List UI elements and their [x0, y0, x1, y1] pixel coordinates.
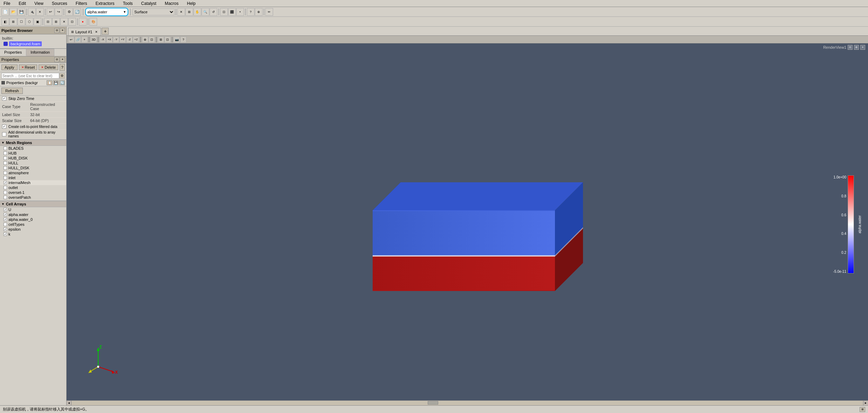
- render-view-split-v[interactable]: ⊞: [854, 45, 859, 50]
- mesh-item-HULL_DISK[interactable]: HULL_DISK: [0, 165, 66, 170]
- dimensional-units-row[interactable]: Add dimensional units to array names: [0, 130, 66, 139]
- menu-edit[interactable]: Edit: [16, 0, 28, 7]
- props-panel-toggle[interactable]: ⊟: [54, 57, 59, 62]
- view-show-selected[interactable]: ⊡: [164, 36, 171, 43]
- split-h-button[interactable]: ⊟: [44, 18, 52, 26]
- view-cam-plus[interactable]: +: [81, 36, 88, 43]
- cell-item-U[interactable]: ✓ U: [0, 207, 66, 212]
- cell-item-alpha-water-0[interactable]: ✓ alpha.water_0: [0, 217, 66, 222]
- mesh-item-HULL[interactable]: HULL: [0, 161, 66, 165]
- tab-properties[interactable]: Properties: [0, 49, 26, 56]
- status-action-btn[interactable]: ⊞: [860, 407, 865, 412]
- view-cam-link[interactable]: 🔗: [75, 36, 81, 43]
- reset-button[interactable]: ✕ Reset: [19, 65, 38, 70]
- props-search-input[interactable]: [1, 73, 59, 79]
- select-surface-button[interactable]: ⬛: [228, 8, 236, 16]
- cell-arrays-header[interactable]: ▼ Cell Arrays: [0, 201, 66, 207]
- render-mode-selector[interactable]: Surface Wireframe Points Surface With Ed…: [133, 8, 175, 15]
- pipeline-panel-toggle[interactable]: ⊟: [54, 28, 59, 33]
- layout-tab-close[interactable]: ✕: [95, 30, 98, 34]
- menu-macros[interactable]: Macros: [163, 0, 181, 7]
- show-center-button[interactable]: ⊕: [255, 8, 263, 16]
- menu-filters[interactable]: Filters: [74, 0, 89, 7]
- menu-catalyst[interactable]: Catalyst: [139, 0, 158, 7]
- mesh-item-HUB_DISK[interactable]: HUB_DISK: [0, 156, 66, 161]
- view-help[interactable]: ?: [180, 36, 187, 43]
- skip-zero-checkbox[interactable]: ✓: [2, 96, 6, 101]
- view-x-minus[interactable]: -X: [100, 36, 106, 43]
- h-scroll-track[interactable]: [72, 401, 863, 405]
- mesh-item-oversetPatch[interactable]: oversetPatch: [0, 195, 66, 200]
- view-screenshot[interactable]: 📷: [174, 36, 180, 43]
- close-view-button[interactable]: ✕: [60, 18, 68, 26]
- props-save-button[interactable]: 💾: [53, 80, 59, 85]
- annotate-button[interactable]: ✏: [265, 8, 273, 16]
- wireframe-button[interactable]: ⬡: [26, 18, 33, 26]
- toggle-axes-button[interactable]: ⊞: [9, 18, 17, 26]
- menu-sources[interactable]: Sources: [50, 0, 69, 7]
- rotate-button[interactable]: ↺: [210, 8, 217, 16]
- refresh-button[interactable]: Refresh: [1, 88, 23, 94]
- props-copy-button[interactable]: 📋: [47, 80, 52, 85]
- split-v-button[interactable]: ⊞: [52, 18, 60, 26]
- apply-button[interactable]: Apply: [1, 65, 18, 70]
- menu-tools[interactable]: Tools: [121, 0, 135, 7]
- select-point-button[interactable]: •: [236, 8, 244, 16]
- menu-file[interactable]: File: [1, 0, 12, 7]
- view-z-plus[interactable]: +Z: [133, 36, 139, 43]
- delete-button[interactable]: ✕ Delete: [39, 65, 58, 70]
- mesh-item-internalMesh[interactable]: ✓ internalMesh: [0, 180, 66, 185]
- cell-to-point-checkbox[interactable]: ✓: [2, 124, 6, 129]
- h-scroll-right[interactable]: ►: [863, 401, 868, 406]
- mesh-item-outlet[interactable]: outlet: [0, 185, 66, 190]
- view-z-minus[interactable]: -Z: [126, 36, 133, 43]
- view-x-plus[interactable]: +X: [106, 36, 113, 43]
- view-y-minus[interactable]: -Y: [113, 36, 119, 43]
- interact-button[interactable]: ✕: [177, 8, 185, 16]
- source-dropdown-arrow[interactable]: ▼: [123, 10, 126, 14]
- source-input[interactable]: [87, 9, 122, 15]
- view-reset-center[interactable]: ⊡: [149, 36, 155, 43]
- view-show-whole[interactable]: ⊞: [158, 36, 164, 43]
- connect-button[interactable]: 🔌: [28, 8, 36, 16]
- search-options-button[interactable]: ⚙: [59, 73, 65, 79]
- toggle-scalar-bar-button[interactable]: ◧: [1, 18, 9, 26]
- zoom-box-button[interactable]: ⊞: [185, 8, 193, 16]
- query-select-button[interactable]: ?: [247, 8, 255, 16]
- h-scroll-thumb[interactable]: [428, 401, 438, 405]
- cell-item-alpha-water[interactable]: ✓ alpha.water: [0, 212, 66, 217]
- edge-opacity-button[interactable]: ▣: [34, 18, 41, 26]
- new-button[interactable]: 📄: [1, 8, 9, 16]
- help-button[interactable]: ?: [60, 64, 65, 71]
- mesh-item-inlet[interactable]: inlet: [0, 175, 66, 180]
- mesh-regions-header[interactable]: ▼ Mesh Regions: [0, 139, 66, 146]
- dimensional-units-checkbox[interactable]: [2, 132, 6, 136]
- layout-tab-1[interactable]: ⊞ Layout #1 ✕: [68, 28, 101, 35]
- menu-view[interactable]: View: [32, 0, 46, 7]
- undo-button[interactable]: ↩: [47, 8, 54, 16]
- pipeline-panel-close[interactable]: ✕: [60, 28, 65, 33]
- pan-button[interactable]: ✋: [194, 8, 201, 16]
- skip-zero-time-row[interactable]: ✓ Skip Zero Time: [0, 96, 66, 102]
- disconnect-button[interactable]: ✕: [36, 8, 44, 16]
- cell-to-point-row[interactable]: ✓ Create cell-to-point filtered data: [0, 124, 66, 130]
- add-layout-button[interactable]: +: [102, 28, 109, 35]
- h-scroll-left[interactable]: ◄: [67, 401, 72, 406]
- reset-camera-button[interactable]: ⊡: [220, 8, 228, 16]
- view-y-plus[interactable]: +Y: [120, 36, 126, 43]
- pipeline-item-background-foam[interactable]: background.foam: [1, 41, 65, 47]
- color-editor-button[interactable]: 🎨: [89, 18, 97, 26]
- cell-item-epsilon[interactable]: ✓ epsilon: [0, 227, 66, 232]
- view-3d[interactable]: 3D: [90, 36, 97, 43]
- maximize-view-button[interactable]: ⊡: [68, 18, 76, 26]
- zoom-button[interactable]: 🔍: [202, 8, 209, 16]
- refresh-data-button[interactable]: 🔄: [73, 8, 81, 16]
- settings-button[interactable]: ⚙: [65, 8, 73, 16]
- render-viewport[interactable]: RenderView1 ⊟ ⊞ ✕: [67, 43, 868, 405]
- visibility-icon[interactable]: [4, 42, 8, 46]
- render-view-split-h[interactable]: ⊟: [848, 45, 853, 50]
- tab-information[interactable]: Information: [26, 49, 54, 56]
- view-select-center[interactable]: ⊕: [142, 36, 148, 43]
- save-button[interactable]: 💾: [18, 8, 25, 16]
- mesh-item-HUB[interactable]: HUB: [0, 151, 66, 156]
